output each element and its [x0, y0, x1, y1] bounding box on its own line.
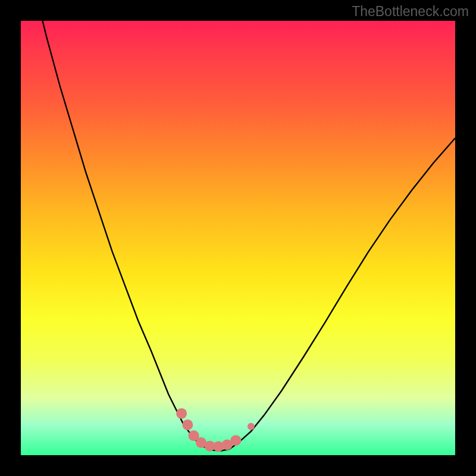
marker-group [176, 408, 255, 452]
watermark-label: TheBottleneck.com [352, 4, 469, 20]
bottleneck-curve-line [21, 21, 455, 451]
marker-right-1 [230, 435, 241, 446]
bottleneck-chart [21, 21, 455, 455]
marker-right-dot [248, 423, 255, 430]
marker-left-top [176, 408, 187, 419]
marker-left-mid [182, 419, 193, 430]
